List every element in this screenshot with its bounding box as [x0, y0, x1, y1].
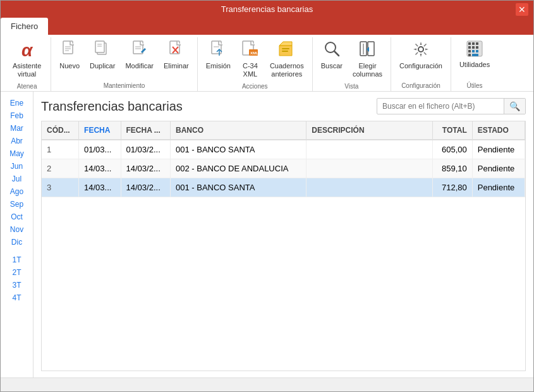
status-bar — [1, 377, 533, 391]
title-bar: Transferencias bancarias ✕ — [1, 1, 533, 18]
cell-total: 712,80 — [433, 178, 473, 197]
configuracion-group-label: Configuración — [401, 81, 440, 91]
cuadernos-label: Cuadernosanteriores — [270, 62, 304, 78]
cell-total: 859,10 — [433, 159, 473, 178]
modificar-button[interactable]: Modificar — [121, 37, 158, 73]
elegir-columnas-label: Elegircolumnas — [353, 62, 382, 78]
nuevo-icon — [62, 40, 77, 61]
ribbon: α Asistentevirtual Atenea Nuevo — [1, 35, 533, 92]
duplicar-icon — [95, 40, 110, 61]
sidebar-item-oct[interactable]: Oct — [1, 211, 33, 223]
sidebar-item-1t[interactable]: 1T — [1, 254, 33, 266]
mantenimiento-group-label: Mantenimiento — [104, 81, 145, 91]
table-body: 1 01/03... 01/03/2... 001 - BANCO SANTA … — [42, 140, 525, 197]
svg-rect-5 — [95, 41, 104, 52]
search-button[interactable]: 🔍 — [504, 99, 525, 114]
modificar-label: Modificar — [125, 62, 154, 70]
cell-descripcion — [306, 140, 433, 159]
sidebar-item-jun[interactable]: Jun — [1, 160, 33, 173]
configuracion-label: Configuración — [399, 62, 442, 70]
svg-rect-20 — [282, 48, 289, 49]
utiles-group-label: Útiles — [467, 81, 483, 91]
col-header-codigo[interactable]: CÓD... — [42, 121, 79, 140]
sidebar-item-dic[interactable]: Dic — [1, 236, 33, 248]
sidebar-item-ene[interactable]: Ene — [1, 97, 33, 109]
col-header-total[interactable]: TOTAL — [433, 121, 473, 140]
elegir-columnas-icon — [359, 40, 377, 61]
svg-rect-32 — [468, 46, 471, 49]
sidebar-item-abr[interactable]: Abr — [1, 135, 33, 147]
sidebar-item-may[interactable]: May — [1, 147, 33, 160]
sidebar-item-feb[interactable]: Feb — [1, 109, 33, 122]
duplicar-button[interactable]: Duplicar — [85, 37, 119, 73]
close-button[interactable]: ✕ — [516, 3, 528, 16]
cell-codigo: 1 — [42, 140, 79, 159]
col-header-estado[interactable]: ESTADO — [472, 121, 525, 140]
svg-rect-37 — [476, 50, 478, 52]
cell-banco: 001 - BANCO SANTA — [170, 140, 306, 159]
vista-group-label: Vista — [344, 82, 358, 92]
sidebar-item-2t[interactable]: 2T — [1, 266, 33, 279]
ribbon-items-configuracion: Configuración — [395, 37, 447, 81]
svg-rect-34 — [476, 46, 478, 49]
col-header-fecha[interactable]: FECHA — [79, 121, 121, 140]
svg-rect-30 — [472, 42, 475, 45]
main-area: Ene Feb Mar Abr May Jun Jul Ago Sep Oct … — [1, 92, 533, 377]
cell-fecha2: 14/03/2... — [121, 159, 170, 178]
table-row[interactable]: 2 14/03... 14/03/2... 002 - BANCO DE AND… — [42, 159, 525, 178]
cell-fecha2: 14/03/2... — [121, 178, 170, 197]
utilidades-button[interactable]: Utilidades — [455, 37, 494, 72]
cuadernos-button[interactable]: Cuadernosanteriores — [265, 37, 308, 82]
content-header: Transferencias bancarias 🔍 — [41, 98, 526, 114]
cell-codigo: 3 — [42, 178, 79, 197]
svg-rect-38 — [468, 54, 471, 56]
sidebar-item-4t[interactable]: 4T — [1, 291, 33, 304]
ribbon-group-configuracion: Configuración Configuración — [391, 37, 451, 91]
acciones-group-label: Acciones — [242, 82, 268, 92]
ribbon-group-vista: Buscar Elegircolumnas Vista — [313, 37, 391, 91]
buscar-icon — [324, 40, 340, 61]
sidebar-item-jul[interactable]: Jul — [1, 173, 33, 185]
c34xml-label: C-34XML — [243, 62, 258, 78]
svg-point-27 — [418, 47, 423, 52]
sidebar-item-nov[interactable]: Nov — [1, 223, 33, 236]
sidebar-item-sep[interactable]: Sep — [1, 198, 33, 211]
col-header-banco[interactable]: BANCO — [170, 121, 306, 140]
elegir-columnas-button[interactable]: Elegircolumnas — [348, 37, 387, 82]
c34xml-button[interactable]: XML C-34XML — [236, 37, 264, 82]
ribbon-items-utiles: Utilidades — [455, 37, 494, 81]
col-header-fecha2[interactable]: FECHA ... — [121, 121, 170, 140]
content-area: Transferencias bancarias 🔍 CÓD... FECHA … — [33, 92, 533, 377]
sidebar-item-mar[interactable]: Mar — [1, 122, 33, 135]
alpha-icon: α — [21, 40, 32, 61]
buscar-button[interactable]: Buscar — [317, 37, 347, 73]
atenea-group-label: Atenea — [17, 82, 37, 92]
sidebar-item-ago[interactable]: Ago — [1, 185, 33, 198]
cell-estado: Pendiente — [472, 140, 525, 159]
eliminar-button[interactable]: Eliminar — [159, 37, 193, 73]
svg-rect-33 — [472, 46, 475, 49]
search-input[interactable] — [377, 99, 504, 113]
table-row[interactable]: 1 01/03... 01/03/2... 001 - BANCO SANTA … — [42, 140, 525, 159]
ribbon-group-mantenimiento: Nuevo Duplicar Modificar — [51, 37, 198, 91]
asistente-virtual-button[interactable]: α Asistentevirtual — [7, 37, 47, 82]
nuevo-button[interactable]: Nuevo — [55, 37, 84, 73]
cell-descripcion — [306, 178, 433, 197]
svg-rect-31 — [476, 42, 478, 45]
table-row[interactable]: 3 14/03... 14/03/2... 001 - BANCO SANTA … — [42, 178, 525, 197]
window-title: Transferencias bancarias — [221, 4, 313, 14]
sidebar-item-3t[interactable]: 3T — [1, 279, 33, 291]
asistente-label: Asistentevirtual — [13, 62, 41, 78]
table-container: CÓD... FECHA FECHA ... BANCO DESCRIPCIÓN… — [41, 121, 526, 371]
cell-estado: Pendiente — [472, 178, 525, 197]
emision-button[interactable]: Emisión — [202, 37, 235, 73]
cell-estado: Pendiente — [472, 159, 525, 178]
tab-fichero[interactable]: Fichero — [1, 18, 48, 35]
eliminar-icon — [169, 40, 184, 61]
cell-descripcion — [306, 159, 433, 178]
emision-label: Emisión — [206, 62, 231, 70]
col-header-descripcion[interactable]: DESCRIPCIÓN — [306, 121, 433, 140]
svg-text:XML: XML — [250, 51, 258, 55]
configuracion-button[interactable]: Configuración — [395, 37, 447, 73]
svg-rect-21 — [282, 51, 288, 52]
